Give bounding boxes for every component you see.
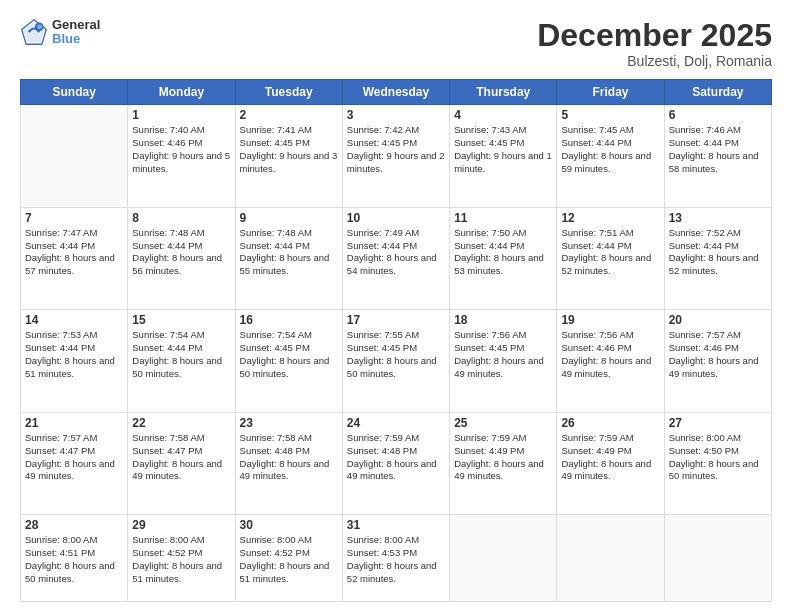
cell-content: Sunrise: 7:59 AMSunset: 4:49 PMDaylight:… [454,432,552,483]
sunset: Sunset: 4:46 PM [669,342,739,353]
sunrise: Sunrise: 7:57 AM [25,432,97,443]
sunrise: Sunrise: 7:42 AM [347,124,419,135]
day-cell: 14Sunrise: 7:53 AMSunset: 4:44 PMDayligh… [21,310,128,413]
daylight: Daylight: 8 hours and 49 minutes. [240,458,330,482]
day-cell: 15Sunrise: 7:54 AMSunset: 4:44 PMDayligh… [128,310,235,413]
sunset: Sunset: 4:48 PM [240,445,310,456]
header-row: Sunday Monday Tuesday Wednesday Thursday… [21,80,772,105]
cell-content: Sunrise: 7:54 AMSunset: 4:44 PMDaylight:… [132,329,230,380]
sunrise: Sunrise: 7:40 AM [132,124,204,135]
cell-content: Sunrise: 7:59 AMSunset: 4:48 PMDaylight:… [347,432,445,483]
sunset: Sunset: 4:44 PM [25,342,95,353]
sunrise: Sunrise: 7:56 AM [561,329,633,340]
page: General Blue December 2025 Bulzesti, Dol… [0,0,792,612]
sunrise: Sunrise: 7:45 AM [561,124,633,135]
cell-content: Sunrise: 7:59 AMSunset: 4:49 PMDaylight:… [561,432,659,483]
col-friday: Friday [557,80,664,105]
day-cell: 1Sunrise: 7:40 AMSunset: 4:46 PMDaylight… [128,105,235,208]
sunrise: Sunrise: 7:59 AM [454,432,526,443]
cell-content: Sunrise: 7:42 AMSunset: 4:45 PMDaylight:… [347,124,445,175]
sunrise: Sunrise: 7:48 AM [132,227,204,238]
daylight: Daylight: 8 hours and 52 minutes. [347,560,437,584]
day-cell: 19Sunrise: 7:56 AMSunset: 4:46 PMDayligh… [557,310,664,413]
day-number: 12 [561,211,659,225]
daylight: Daylight: 8 hours and 53 minutes. [454,252,544,276]
day-number: 26 [561,416,659,430]
col-sunday: Sunday [21,80,128,105]
daylight: Daylight: 8 hours and 50 minutes. [347,355,437,379]
cell-content: Sunrise: 7:58 AMSunset: 4:47 PMDaylight:… [132,432,230,483]
sunrise: Sunrise: 7:58 AM [240,432,312,443]
day-cell [450,515,557,602]
day-cell: 18Sunrise: 7:56 AMSunset: 4:45 PMDayligh… [450,310,557,413]
sunrise: Sunrise: 7:57 AM [669,329,741,340]
day-number: 19 [561,313,659,327]
week-row-5: 28Sunrise: 8:00 AMSunset: 4:51 PMDayligh… [21,515,772,602]
daylight: Daylight: 8 hours and 59 minutes. [561,150,651,174]
week-row-3: 14Sunrise: 7:53 AMSunset: 4:44 PMDayligh… [21,310,772,413]
cell-content: Sunrise: 7:49 AMSunset: 4:44 PMDaylight:… [347,227,445,278]
day-cell: 10Sunrise: 7:49 AMSunset: 4:44 PMDayligh… [342,207,449,310]
cell-content: Sunrise: 8:00 AMSunset: 4:52 PMDaylight:… [132,534,230,585]
day-number: 13 [669,211,767,225]
day-cell: 28Sunrise: 8:00 AMSunset: 4:51 PMDayligh… [21,515,128,602]
sunset: Sunset: 4:53 PM [347,547,417,558]
day-cell: 25Sunrise: 7:59 AMSunset: 4:49 PMDayligh… [450,412,557,515]
sunrise: Sunrise: 8:00 AM [240,534,312,545]
daylight: Daylight: 8 hours and 51 minutes. [240,560,330,584]
sunrise: Sunrise: 7:52 AM [669,227,741,238]
cell-content: Sunrise: 7:41 AMSunset: 4:45 PMDaylight:… [240,124,338,175]
day-cell: 7Sunrise: 7:47 AMSunset: 4:44 PMDaylight… [21,207,128,310]
sunset: Sunset: 4:48 PM [347,445,417,456]
calendar-header: Sunday Monday Tuesday Wednesday Thursday… [21,80,772,105]
col-thursday: Thursday [450,80,557,105]
day-number: 14 [25,313,123,327]
daylight: Daylight: 8 hours and 49 minutes. [561,355,651,379]
sunset: Sunset: 4:52 PM [132,547,202,558]
day-number: 21 [25,416,123,430]
sunset: Sunset: 4:47 PM [132,445,202,456]
sunrise: Sunrise: 7:41 AM [240,124,312,135]
day-cell: 9Sunrise: 7:48 AMSunset: 4:44 PMDaylight… [235,207,342,310]
cell-content: Sunrise: 7:48 AMSunset: 4:44 PMDaylight:… [240,227,338,278]
sunrise: Sunrise: 8:00 AM [132,534,204,545]
daylight: Daylight: 8 hours and 50 minutes. [240,355,330,379]
sunrise: Sunrise: 7:56 AM [454,329,526,340]
sunset: Sunset: 4:44 PM [347,240,417,251]
day-number: 16 [240,313,338,327]
day-cell [664,515,771,602]
day-cell: 5Sunrise: 7:45 AMSunset: 4:44 PMDaylight… [557,105,664,208]
sunset: Sunset: 4:45 PM [454,137,524,148]
daylight: Daylight: 9 hours and 5 minutes. [132,150,230,174]
daylight: Daylight: 8 hours and 52 minutes. [561,252,651,276]
daylight: Daylight: 8 hours and 50 minutes. [25,560,115,584]
sunrise: Sunrise: 7:58 AM [132,432,204,443]
sunrise: Sunrise: 7:59 AM [561,432,633,443]
cell-content: Sunrise: 7:58 AMSunset: 4:48 PMDaylight:… [240,432,338,483]
day-number: 7 [25,211,123,225]
sunset: Sunset: 4:45 PM [240,137,310,148]
day-cell: 23Sunrise: 7:58 AMSunset: 4:48 PMDayligh… [235,412,342,515]
calendar-body: 1Sunrise: 7:40 AMSunset: 4:46 PMDaylight… [21,105,772,602]
cell-content: Sunrise: 7:57 AMSunset: 4:47 PMDaylight:… [25,432,123,483]
day-cell: 16Sunrise: 7:54 AMSunset: 4:45 PMDayligh… [235,310,342,413]
cell-content: Sunrise: 7:56 AMSunset: 4:46 PMDaylight:… [561,329,659,380]
day-cell: 20Sunrise: 7:57 AMSunset: 4:46 PMDayligh… [664,310,771,413]
cell-content: Sunrise: 7:56 AMSunset: 4:45 PMDaylight:… [454,329,552,380]
cell-content: Sunrise: 7:53 AMSunset: 4:44 PMDaylight:… [25,329,123,380]
cell-content: Sunrise: 7:45 AMSunset: 4:44 PMDaylight:… [561,124,659,175]
daylight: Daylight: 9 hours and 3 minutes. [240,150,338,174]
daylight: Daylight: 8 hours and 52 minutes. [669,252,759,276]
title-block: December 2025 Bulzesti, Dolj, Romania [537,18,772,69]
sunset: Sunset: 4:50 PM [669,445,739,456]
day-number: 1 [132,108,230,122]
day-cell: 6Sunrise: 7:46 AMSunset: 4:44 PMDaylight… [664,105,771,208]
day-number: 6 [669,108,767,122]
day-number: 9 [240,211,338,225]
day-number: 22 [132,416,230,430]
day-cell: 30Sunrise: 8:00 AMSunset: 4:52 PMDayligh… [235,515,342,602]
cell-content: Sunrise: 7:43 AMSunset: 4:45 PMDaylight:… [454,124,552,175]
col-tuesday: Tuesday [235,80,342,105]
week-row-2: 7Sunrise: 7:47 AMSunset: 4:44 PMDaylight… [21,207,772,310]
daylight: Daylight: 8 hours and 49 minutes. [454,355,544,379]
